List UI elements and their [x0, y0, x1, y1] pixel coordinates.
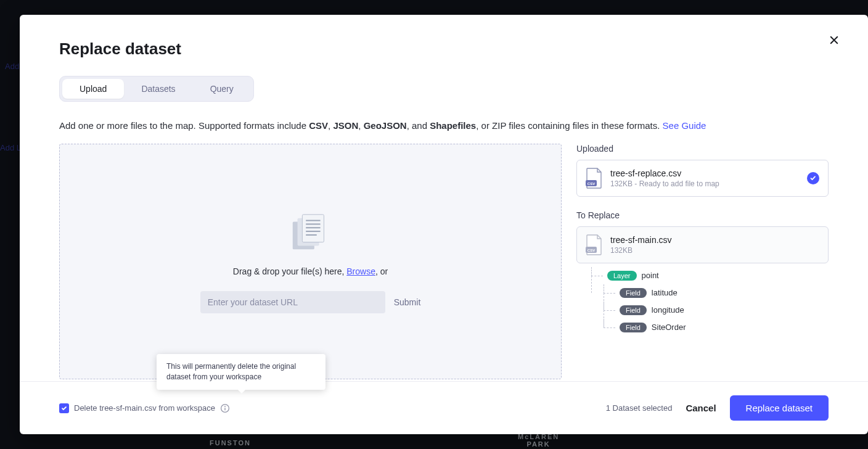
field-name: longitude	[652, 305, 684, 315]
delete-original-label: Delete tree-sf-main.csv from workspace	[74, 403, 215, 413]
to-replace-file-card[interactable]: CSV tree-sf-main.csv 132KB	[576, 226, 829, 263]
field-pill: Field	[620, 323, 647, 332]
tree-field-row: Field latitude	[604, 284, 829, 302]
bg-sidebar-add-layer: Add L	[0, 143, 21, 152]
helper-text: Add one or more files to the map. Suppor…	[59, 119, 829, 133]
replace-dataset-modal: Replace dataset Upload Datasets Query Ad…	[20, 15, 868, 434]
bg-sidebar-add: Add	[5, 62, 19, 71]
selected-count: 1 Dataset selected	[606, 403, 673, 413]
close-icon	[829, 35, 840, 46]
layer-name: point	[642, 271, 659, 280]
svg-text:CSV: CSV	[588, 248, 595, 252]
field-name: SiteOrder	[652, 323, 686, 332]
documents-icon	[287, 210, 335, 258]
csv-file-icon: CSV	[586, 234, 603, 255]
close-button[interactable]	[829, 35, 843, 49]
tree-layer-row: Layer point	[591, 267, 829, 284]
bg-park-funston: FUNSTON	[210, 439, 251, 447]
field-name: latitude	[652, 288, 678, 297]
layer-pill: Layer	[607, 271, 637, 281]
to-replace-label: To Replace	[576, 210, 829, 220]
submit-url-button[interactable]: Submit	[394, 297, 421, 307]
tab-bar: Upload Datasets Query	[59, 76, 254, 102]
see-guide-link[interactable]: See Guide	[663, 120, 706, 131]
tree-field-row: Field SiteOrder	[604, 319, 829, 336]
field-pill: Field	[620, 305, 647, 315]
svg-rect-14	[224, 408, 225, 411]
check-icon	[61, 405, 67, 411]
dataset-url-input[interactable]	[200, 291, 385, 313]
uploaded-label: Uploaded	[576, 144, 829, 154]
browse-link[interactable]: Browse	[346, 266, 375, 276]
tab-query[interactable]: Query	[193, 79, 251, 99]
dropzone[interactable]: Drag & drop your file(s) here, Browse, o…	[59, 144, 562, 379]
svg-text:CSV: CSV	[588, 181, 595, 185]
uploaded-file-meta: 132KB - Ready to add file to map	[610, 179, 800, 188]
modal-title: Replace dataset	[59, 39, 829, 59]
tree-field-row: Field longitude	[604, 302, 829, 319]
replace-file-name: tree-sf-main.csv	[610, 235, 819, 245]
upload-success-badge	[807, 172, 819, 184]
tab-upload[interactable]: Upload	[62, 79, 124, 99]
cancel-button[interactable]: Cancel	[683, 397, 718, 419]
delete-original-checkbox[interactable]	[59, 403, 69, 413]
replace-file-meta: 132KB	[610, 246, 819, 255]
csv-file-icon: CSV	[586, 168, 603, 189]
replace-tree: Layer point Field latitude Field longitu…	[591, 267, 829, 336]
check-icon	[809, 175, 817, 182]
bg-park-mclaren: McLAREN PARK	[518, 433, 559, 448]
modal-footer: Delete tree-sf-main.csv from workspace 1…	[20, 381, 868, 434]
tab-datasets[interactable]: Datasets	[124, 79, 192, 99]
delete-tooltip: This will permanently delete the origina…	[157, 354, 326, 390]
replace-dataset-button[interactable]: Replace dataset	[730, 395, 829, 421]
info-icon[interactable]	[220, 403, 230, 413]
dropzone-text: Drag & drop your file(s) here, Browse, o…	[233, 266, 388, 276]
svg-point-13	[224, 406, 226, 407]
uploaded-file-name: tree-sf-replace.csv	[610, 168, 800, 178]
field-pill: Field	[620, 288, 647, 298]
uploaded-file-card[interactable]: CSV tree-sf-replace.csv 132KB - Ready to…	[576, 160, 829, 197]
